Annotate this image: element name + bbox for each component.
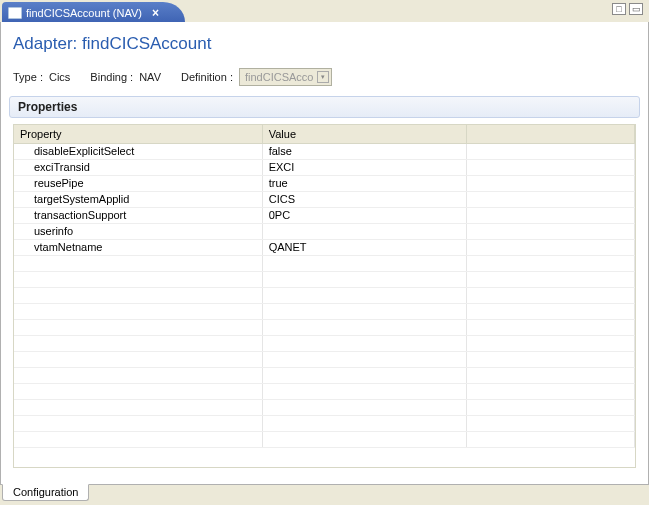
section-title: Properties [18, 100, 77, 114]
cell-prop [14, 431, 262, 447]
cell-prop [14, 399, 262, 415]
table-row[interactable]: vtamNetnameQANET [14, 239, 635, 255]
cell-val[interactable] [262, 383, 467, 399]
window-controls: □ ▭ [612, 3, 643, 15]
file-icon [8, 7, 22, 19]
binding-value: NAV [139, 71, 161, 83]
cell-spare [467, 287, 635, 303]
cell-spare [467, 223, 635, 239]
cell-spare [467, 383, 635, 399]
col-spare[interactable] [467, 125, 635, 143]
col-value[interactable]: Value [262, 125, 467, 143]
cell-val[interactable] [262, 399, 467, 415]
cell-prop [14, 255, 262, 271]
cell-prop: targetSystemApplid [14, 191, 262, 207]
table-row[interactable] [14, 335, 635, 351]
table-row[interactable]: transactionSupport0PC [14, 207, 635, 223]
table-row[interactable]: exciTransidEXCI [14, 159, 635, 175]
table-row[interactable] [14, 367, 635, 383]
table-row[interactable]: disableExplicitSelectfalse [14, 143, 635, 159]
cell-spare [467, 271, 635, 287]
table-row[interactable] [14, 431, 635, 447]
cell-val[interactable] [262, 367, 467, 383]
cell-spare [467, 207, 635, 223]
binding-label: Binding : [90, 71, 133, 83]
maximize-icon[interactable]: ▭ [629, 3, 643, 15]
properties-table-wrap: Property Value disableExplicitSelectfals… [13, 124, 636, 468]
close-icon[interactable]: × [152, 7, 159, 19]
type-value: Cics [49, 71, 70, 83]
col-property[interactable]: Property [14, 125, 262, 143]
cell-prop: reusePipe [14, 175, 262, 191]
cell-val[interactable]: true [262, 175, 467, 191]
bottom-tab-strip: Configuration [0, 485, 649, 505]
cell-val[interactable] [262, 303, 467, 319]
cell-spare [467, 367, 635, 383]
cell-spare [467, 191, 635, 207]
type-label: Type : [13, 71, 43, 83]
page-title: Adapter: findCICSAccount [13, 34, 636, 54]
table-row[interactable]: userinfo [14, 223, 635, 239]
table-row[interactable] [14, 287, 635, 303]
cell-spare [467, 399, 635, 415]
cell-prop: disableExplicitSelect [14, 143, 262, 159]
table-row[interactable] [14, 319, 635, 335]
cell-prop: exciTransid [14, 159, 262, 175]
cell-val[interactable] [262, 319, 467, 335]
cell-val[interactable] [262, 271, 467, 287]
cell-val[interactable] [262, 335, 467, 351]
definition-dropdown[interactable]: findCICSAcco ▾ [239, 68, 332, 86]
table-row[interactable] [14, 303, 635, 319]
cell-spare [467, 159, 635, 175]
cell-spare [467, 175, 635, 191]
title-name: findCICSAccount [82, 34, 211, 53]
table-row[interactable] [14, 415, 635, 431]
cell-prop [14, 415, 262, 431]
cell-prop: vtamNetname [14, 239, 262, 255]
cell-val[interactable]: CICS [262, 191, 467, 207]
cell-prop [14, 367, 262, 383]
cell-spare [467, 255, 635, 271]
title-prefix: Adapter: [13, 34, 82, 53]
cell-prop: transactionSupport [14, 207, 262, 223]
cell-spare [467, 335, 635, 351]
cell-val[interactable] [262, 255, 467, 271]
cell-prop [14, 335, 262, 351]
cell-prop [14, 351, 262, 367]
properties-table: Property Value disableExplicitSelectfals… [14, 125, 635, 448]
cell-val[interactable] [262, 223, 467, 239]
cell-prop [14, 271, 262, 287]
cell-val[interactable]: QANET [262, 239, 467, 255]
cell-val[interactable]: EXCI [262, 159, 467, 175]
cell-spare [467, 415, 635, 431]
editor-tab-strip: findCICSAccount (NAV) × □ ▭ [0, 0, 649, 22]
table-row[interactable] [14, 271, 635, 287]
table-row[interactable] [14, 255, 635, 271]
cell-val[interactable] [262, 415, 467, 431]
cell-val[interactable] [262, 351, 467, 367]
cell-val[interactable]: false [262, 143, 467, 159]
table-row[interactable] [14, 383, 635, 399]
cell-prop [14, 383, 262, 399]
cell-spare [467, 239, 635, 255]
table-row[interactable]: reusePipetrue [14, 175, 635, 191]
editor-content: Adapter: findCICSAccount Type : Cics Bin… [0, 22, 649, 485]
minimize-icon[interactable]: □ [612, 3, 626, 15]
tab-configuration[interactable]: Configuration [2, 484, 89, 501]
table-row[interactable]: targetSystemApplidCICS [14, 191, 635, 207]
cell-prop: userinfo [14, 223, 262, 239]
editor-tab-active[interactable]: findCICSAccount (NAV) × [2, 2, 185, 22]
chevron-down-icon: ▾ [317, 71, 329, 83]
cell-val[interactable] [262, 287, 467, 303]
cell-prop [14, 303, 262, 319]
section-header-properties: Properties [9, 96, 640, 118]
cell-val[interactable] [262, 431, 467, 447]
cell-spare [467, 351, 635, 367]
table-row[interactable] [14, 399, 635, 415]
cell-spare [467, 303, 635, 319]
table-row[interactable] [14, 351, 635, 367]
cell-spare [467, 431, 635, 447]
definition-label: Definition : [181, 71, 233, 83]
cell-val[interactable]: 0PC [262, 207, 467, 223]
cell-prop [14, 287, 262, 303]
